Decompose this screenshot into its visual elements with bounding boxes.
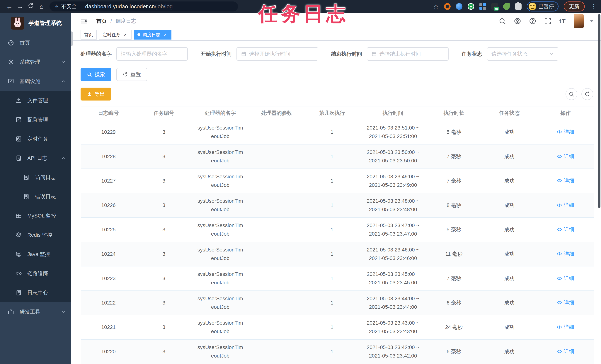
- detail-link[interactable]: 详细: [557, 128, 574, 135]
- clock-icon: [16, 136, 22, 142]
- sidebar-item-redis-monitor[interactable]: Redis 监控: [0, 225, 73, 245]
- search-icon[interactable]: [499, 17, 506, 25]
- avatar-caret-icon[interactable]: [590, 20, 594, 22]
- font-size-icon[interactable]: tT: [559, 18, 566, 25]
- sidebar-item-label: MySQL 监控: [27, 212, 56, 219]
- browser-menu-kebab-icon[interactable]: ⋮: [591, 3, 597, 10]
- sidebar-item-label: 文件管理: [27, 97, 48, 104]
- browser-reload-icon[interactable]: [26, 3, 36, 10]
- start-time-picker[interactable]: 选择开始执行时间: [237, 47, 318, 61]
- toggle-search-button[interactable]: [566, 88, 577, 100]
- browser-back-icon[interactable]: ←: [4, 3, 15, 10]
- chevron-down-icon: [61, 310, 66, 314]
- extension-green-y-icon[interactable]: y: [468, 3, 474, 10]
- sidebar-item-file-management[interactable]: 文件管理: [0, 91, 73, 110]
- detail-link[interactable]: 详细: [557, 324, 574, 331]
- refresh-icon: [585, 91, 590, 97]
- extension-blue-icon[interactable]: [456, 3, 462, 10]
- detail-link[interactable]: 详细: [557, 348, 574, 355]
- extension-grid-icon[interactable]: [480, 3, 486, 10]
- cell-duration: 7 毫秒: [426, 266, 482, 291]
- detail-link[interactable]: 详细: [557, 299, 574, 306]
- extension-on-badge-icon[interactable]: on: [491, 3, 498, 10]
- sidebar-scrollbar[interactable]: [71, 13, 73, 364]
- cell-param: [249, 242, 304, 266]
- detail-link[interactable]: 详细: [557, 275, 574, 282]
- table-row: 10222 3 sysUserSessionTimeoutJob 1 2021-…: [81, 291, 594, 315]
- job-status-select[interactable]: 请选择任务状态: [487, 47, 558, 61]
- user-avatar[interactable]: [574, 14, 584, 28]
- bookmark-star-icon[interactable]: ☆: [433, 3, 439, 10]
- log-icon: [23, 174, 30, 181]
- export-button[interactable]: 导出: [80, 88, 111, 101]
- table-row: 10228 3 sysUserSessionTimeoutJob 1 2021-…: [81, 144, 594, 169]
- cell-status: 成功: [482, 193, 537, 217]
- cell-duration: 6 毫秒: [426, 291, 482, 315]
- fullscreen-icon[interactable]: [544, 17, 551, 25]
- browser-update-button[interactable]: 更新: [564, 1, 585, 11]
- search-button[interactable]: 搜索: [80, 68, 111, 81]
- detail-link[interactable]: 详细: [557, 202, 574, 209]
- table-toolbar: 导出: [80, 88, 593, 101]
- col-execute-index: 第几次执行: [304, 106, 360, 120]
- sidebar-item-infrastructure[interactable]: 基础设施: [0, 72, 73, 91]
- sidebar-item-config-management[interactable]: 配置管理: [0, 110, 73, 129]
- cell-execute-index: 1: [304, 217, 360, 242]
- sidebar-item-label: 研发工具: [20, 308, 40, 315]
- extension-leaf-icon[interactable]: [503, 3, 510, 10]
- tag-job-log-active[interactable]: 调度日志 ×: [134, 30, 171, 40]
- sidebar-item-error-log[interactable]: 错误日志: [0, 187, 73, 206]
- breadcrumb: 首页 / 调度日志: [96, 18, 136, 25]
- sidebar-item-access-log[interactable]: 访问日志: [0, 168, 73, 187]
- github-icon[interactable]: [514, 17, 521, 25]
- detail-link[interactable]: 详细: [557, 177, 574, 184]
- detail-link[interactable]: 详细: [557, 226, 574, 233]
- sidebar-item-system[interactable]: 系统管理: [0, 52, 73, 72]
- tag-close-icon[interactable]: ×: [123, 32, 128, 37]
- table-row: 10221 3 sysUserSessionTimeoutJob 1 2021-…: [81, 315, 594, 339]
- tag-home[interactable]: 首页: [80, 30, 97, 40]
- sidebar-item-tracing[interactable]: 链路追踪: [0, 264, 73, 283]
- sidebar-item-dev-tools[interactable]: 研发工具: [0, 302, 73, 322]
- handler-name-input[interactable]: [121, 51, 183, 57]
- reset-button[interactable]: 重置: [116, 68, 147, 81]
- sidebar-item-label: 系统管理: [20, 59, 40, 66]
- sidebar-item-home[interactable]: 首页: [0, 33, 73, 52]
- sidebar-item-log-center[interactable]: 日志中心: [0, 283, 73, 302]
- sidebar-item-label: API 日志: [27, 155, 48, 162]
- sidebar-item-api-log[interactable]: API 日志: [0, 149, 73, 168]
- address-bar[interactable]: ⚠ 不安全 dashboard.yudao.iocoder.cn /job/lo…: [50, 1, 238, 11]
- cell-time: 2021-05-03 23:50:00 ~2021-05-03 23:50:00: [360, 144, 426, 169]
- paused-label: 已暂停: [538, 3, 554, 10]
- browser-home-icon[interactable]: ⌂: [36, 3, 47, 10]
- refresh-table-button[interactable]: [581, 88, 593, 100]
- extensions-puzzle-icon[interactable]: [515, 3, 521, 10]
- eye-icon: [16, 270, 22, 277]
- browser-forward-icon[interactable]: →: [15, 3, 26, 10]
- cell-execute-index: 1: [304, 315, 360, 339]
- tag-scheduled-jobs[interactable]: 定时任务 ×: [99, 30, 131, 40]
- end-time-label: 结束执行时间: [331, 51, 362, 58]
- cell-time: 2021-05-03 23:45:00 ~2021-05-03 23:45:00: [360, 266, 426, 291]
- cell-handler: sysUserSessionTimeoutJob: [191, 144, 249, 169]
- filter-form: 处理器的名字 开始执行时间 选择开始执行时间 结束执行时间: [80, 47, 601, 61]
- cell-status: 成功: [482, 339, 537, 364]
- help-icon[interactable]: [529, 17, 536, 25]
- breadcrumb-home[interactable]: 首页: [96, 18, 107, 25]
- detail-link[interactable]: 详细: [557, 250, 574, 257]
- search-icon: [87, 72, 92, 77]
- extension-orange-icon[interactable]: [444, 3, 451, 10]
- cell-status: 成功: [482, 242, 537, 266]
- hamburger-icon[interactable]: [80, 17, 88, 25]
- cell-duration: 6 毫秒: [426, 339, 482, 364]
- sidebar-item-scheduled-jobs[interactable]: 定时任务: [0, 129, 73, 149]
- end-time-picker[interactable]: 选择结束执行时间: [367, 47, 449, 61]
- profile-paused-button[interactable]: 已暂停: [527, 1, 559, 11]
- sidebar-item-mysql-monitor[interactable]: MySQL 监控: [0, 206, 73, 225]
- sidebar-scrollbar-thumb[interactable]: [71, 31, 73, 46]
- sidebar-item-java-monitor[interactable]: Java 监控: [0, 245, 73, 264]
- page-scrollbar-thumb[interactable]: [598, 14, 601, 208]
- app-logo-row[interactable]: 芋道管理系统: [0, 13, 73, 33]
- tag-close-icon[interactable]: ×: [163, 32, 168, 37]
- detail-link[interactable]: 详细: [557, 153, 574, 160]
